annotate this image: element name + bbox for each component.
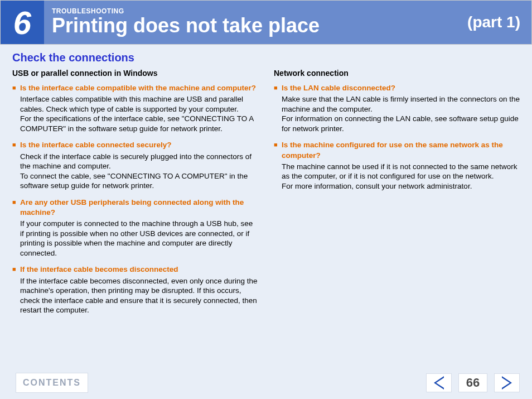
page-header: 6 TROUBLESHOOTING Printing does not take… bbox=[0, 0, 532, 45]
left-sub-heading: USB or parallel connection in Windows bbox=[12, 69, 258, 78]
bullet-icon: ■ bbox=[12, 141, 16, 149]
left-column: USB or parallel connection in Windows ■I… bbox=[12, 69, 258, 322]
part-label: (part 1) bbox=[467, 13, 531, 31]
item-title: ■Is the LAN cable disconnected? bbox=[274, 83, 520, 93]
item-body: If the interface cable becomes disconnec… bbox=[12, 276, 258, 315]
contents-button[interactable]: CONTENTS bbox=[16, 373, 88, 393]
bullet-icon: ■ bbox=[12, 198, 16, 206]
item-body: If your computer is connected to the mac… bbox=[12, 219, 258, 258]
item-title: ■Are any other USB peripherals being con… bbox=[12, 198, 258, 218]
content-area: Check the connections USB or parallel co… bbox=[0, 45, 532, 360]
header-text-block: TROUBLESHOOTING Printing does not take p… bbox=[44, 7, 467, 37]
item-title-text: Are any other USB peripherals being conn… bbox=[20, 198, 244, 217]
item-title: ■Is the interface cable connected secure… bbox=[12, 140, 258, 150]
bullet-icon: ■ bbox=[274, 141, 278, 149]
columns: USB or parallel connection in Windows ■I… bbox=[12, 69, 520, 322]
list-item: ■If the interface cable becomes disconne… bbox=[12, 265, 258, 315]
right-sub-heading: Network connection bbox=[274, 69, 520, 78]
bullet-icon: ■ bbox=[12, 84, 16, 92]
item-body: The machine cannot be used if it is not … bbox=[274, 162, 520, 191]
triangle-right-icon bbox=[501, 376, 513, 390]
item-title: ■If the interface cable becomes disconne… bbox=[12, 265, 258, 275]
prev-page-button[interactable] bbox=[426, 373, 452, 392]
item-title-text: Is the machine configured for use on the… bbox=[282, 141, 503, 159]
footer-bar: CONTENTS 66 bbox=[0, 367, 532, 399]
list-item: ■Is the interface cable connected secure… bbox=[12, 140, 258, 190]
chapter-number-box: 6 bbox=[1, 1, 44, 44]
item-title-text: If the interface cable becomes disconnec… bbox=[20, 265, 178, 273]
chapter-number: 6 bbox=[13, 4, 31, 41]
item-title: ■Is the interface cable compatible with … bbox=[12, 83, 258, 93]
item-title-text: Is the interface cable compatible with t… bbox=[20, 84, 256, 92]
list-item: ■Is the interface cable compatible with … bbox=[12, 83, 258, 133]
page-title: Printing does not take place bbox=[52, 14, 467, 37]
bullet-icon: ■ bbox=[274, 84, 278, 92]
item-title-text: Is the LAN cable disconnected? bbox=[282, 84, 395, 92]
section-heading: Check the connections bbox=[12, 51, 520, 64]
list-item: ■Is the LAN cable disconnected? Make sur… bbox=[274, 83, 520, 133]
bullet-icon: ■ bbox=[12, 265, 16, 273]
nav-group: 66 bbox=[426, 373, 520, 392]
item-title: ■Is the machine configured for use on th… bbox=[274, 140, 520, 160]
page-number-box: 66 bbox=[458, 373, 487, 392]
item-body: Interface cables compatible with this ma… bbox=[12, 94, 258, 133]
triangle-left-icon bbox=[433, 376, 445, 390]
next-page-button[interactable] bbox=[494, 373, 520, 392]
item-body: Check if the interface cable is securely… bbox=[12, 152, 258, 191]
list-item: ■Are any other USB peripherals being con… bbox=[12, 198, 258, 258]
list-item: ■Is the machine configured for use on th… bbox=[274, 140, 520, 191]
right-column: Network connection ■Is the LAN cable dis… bbox=[274, 69, 520, 322]
item-body: Make sure that the LAN cable is firmly i… bbox=[274, 94, 520, 133]
item-title-text: Is the interface cable connected securel… bbox=[20, 141, 172, 149]
page-number: 66 bbox=[466, 376, 480, 390]
contents-label: CONTENTS bbox=[23, 378, 81, 387]
